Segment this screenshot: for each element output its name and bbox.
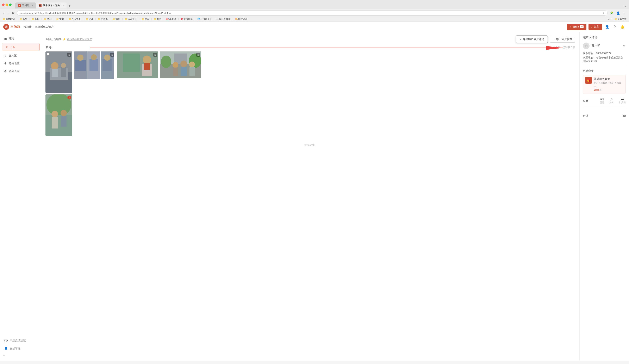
app-header: 派 享像派 云相册 › 享像派单人选片 + 协作+ ✉ ⤴ 分享 👤 ? 🔔 bbox=[0, 21, 629, 32]
sidebar-item-feedback[interactable]: 💬 产品反馈建议 bbox=[0, 337, 41, 345]
minimize-button[interactable] bbox=[5, 3, 8, 6]
bookmark-wen'an[interactable]: 📁文案 bbox=[56, 17, 64, 21]
collab-button[interactable]: + 协作+ ✉ bbox=[567, 24, 586, 30]
filter-label: 全部已选结果 bbox=[45, 37, 62, 41]
sidebar-item-jiaopiqu[interactable]: ⇅ 交片区 bbox=[0, 52, 41, 59]
photo-grid-row2: ✕ bbox=[45, 94, 575, 136]
sidebar-label-jiaopiqu: 交片区 bbox=[9, 54, 17, 57]
tab-close-2[interactable]: ✕ bbox=[62, 4, 64, 7]
bookmark-chahua[interactable]: 📁插画 bbox=[112, 17, 120, 21]
bookmark-yunying[interactable]: 📁运营平台 bbox=[125, 17, 137, 21]
photo-item-4[interactable]: ⊡ bbox=[160, 51, 201, 78]
export-btn1-label: 导出客户修片意见 bbox=[523, 37, 544, 41]
sidebar-label-feedback: 产品反馈建议 bbox=[10, 339, 26, 343]
sidebar-item-yixuan[interactable]: ♥ 已选 bbox=[2, 43, 39, 51]
bookmark-tupianku[interactable]: 📁图片库 bbox=[98, 17, 108, 21]
panel-title: 选片人详情 bbox=[583, 35, 626, 39]
expand-button[interactable]: ⌄ bbox=[623, 3, 627, 8]
refresh-button[interactable]: ↻ bbox=[11, 11, 15, 15]
extensions-button[interactable]: 🧩 bbox=[609, 11, 614, 15]
package-title: 基础服务套餐 bbox=[594, 77, 624, 81]
person-avatar: 孙 bbox=[583, 43, 590, 49]
photo-svg-5 bbox=[45, 94, 72, 136]
package-icon: 🎁 bbox=[585, 77, 592, 84]
photo-item-5[interactable]: ✕ bbox=[45, 94, 72, 136]
sidebar-bottom: 💬 产品反馈建议 👤 在线客服 ≡ bbox=[0, 337, 41, 358]
logo-text: 享像派 bbox=[10, 25, 20, 29]
sidebar-item-diapian[interactable]: ▣ 底片 bbox=[0, 35, 41, 43]
tab-close-1[interactable]: ✕ bbox=[31, 4, 33, 7]
notification-icon-button[interactable]: 🔔 bbox=[619, 24, 626, 29]
section-title: 精修 bbox=[45, 45, 52, 49]
content-area: 全部已选结果 ⚡ 根据选片提交时间筛选 ↗ 导出客户修片意见 ↗ 导出分片脚本 bbox=[41, 32, 579, 361]
svg-point-33 bbox=[180, 61, 187, 67]
bookmark-all[interactable]: 📁所有书签 bbox=[614, 17, 627, 21]
total-label: 合计 bbox=[583, 114, 588, 118]
photo-item-1[interactable]: ⊡ bbox=[45, 51, 72, 93]
filter-link[interactable]: 根据选片提交时间筛选 bbox=[67, 38, 92, 41]
forward-button[interactable]: › bbox=[7, 11, 9, 15]
bookmark-hutuan[interactable]: 🌐互传网页版 bbox=[197, 17, 212, 21]
address-bar[interactable]: xxpie.com/console/albumDetail?id=66a9f93… bbox=[17, 10, 608, 15]
sidebar-item-service[interactable]: 👤 在线客服 bbox=[0, 345, 41, 353]
tab-label-1: 云相册 bbox=[22, 4, 29, 7]
export-customer-opinion-button[interactable]: ↗ 导出客户修片意见 bbox=[516, 35, 548, 43]
svg-point-13 bbox=[77, 55, 83, 61]
help-icon-button[interactable]: ? bbox=[613, 24, 617, 29]
bookmark-icon[interactable]: ☆ bbox=[603, 11, 605, 14]
bookmark-sucai[interactable]: 📁素材网站 bbox=[2, 17, 15, 21]
photo-grid-row1: ⊡ bbox=[45, 51, 575, 93]
person-name: 孙小明 bbox=[592, 44, 600, 48]
bookmark-xiangxiangpai[interactable]: 🎯享像派 bbox=[166, 17, 176, 21]
photo-item-3[interactable]: ⊡ bbox=[117, 51, 158, 78]
bookmark-yinhelu[interactable]: —银河录像局 bbox=[216, 17, 230, 21]
bookmark-yingshi[interactable]: 📁影视 bbox=[19, 17, 27, 21]
photo-select-1[interactable] bbox=[47, 53, 49, 56]
close-button[interactable] bbox=[2, 3, 4, 6]
menu-button[interactable]: ⋮ bbox=[622, 11, 627, 15]
collab-icon: + bbox=[570, 25, 572, 28]
select-all-checkbox[interactable] bbox=[548, 46, 551, 49]
count-text: 共 5 项、已加载 5 项 bbox=[552, 46, 575, 49]
sidebar-item-jichu-settings[interactable]: ⚙ 基础设置 bbox=[0, 67, 41, 75]
photo-svg-1 bbox=[45, 51, 72, 93]
share-button[interactable]: ⤴ 分享 bbox=[589, 24, 602, 30]
user-icon-button[interactable]: 👤 bbox=[604, 24, 611, 29]
profile-button[interactable]: 👤 bbox=[616, 11, 621, 15]
back-button[interactable]: ‹ bbox=[2, 11, 5, 15]
tab-xiangxiangpai[interactable]: 📷 享像派单人选片 ✕ bbox=[36, 2, 67, 8]
sidebar-item-xuanpian-settings[interactable]: ⚙ 选片设置 bbox=[0, 59, 41, 67]
stat-add-unit: 加片 bbox=[609, 101, 614, 104]
maximize-button[interactable] bbox=[9, 3, 11, 6]
bookmark-xiaolv[interactable]: 📁效率 bbox=[142, 17, 149, 21]
bookmark-more[interactable]: >> bbox=[608, 18, 611, 20]
edit-person-button[interactable]: ✏ bbox=[623, 44, 626, 47]
bookmark-xuexi[interactable]: 📁学习 bbox=[44, 17, 52, 21]
svg-point-40 bbox=[51, 111, 58, 117]
sidebar-label-diapian: 底片 bbox=[9, 37, 14, 40]
export-script-button[interactable]: ↗ 导出分片脚本 bbox=[550, 36, 575, 43]
tab-yunxiangce[interactable]: ☁ 云相册 ✕ bbox=[15, 2, 36, 8]
svg-point-7 bbox=[51, 62, 58, 70]
bookmark-youdao[interactable]: 有有道翻译 bbox=[181, 17, 193, 21]
bookmark-sheying[interactable]: 📁摄影 bbox=[154, 17, 161, 21]
svg-rect-39 bbox=[45, 115, 72, 136]
stat-selected-unit: 已选 bbox=[600, 101, 604, 104]
stat-selected: 5/5 已选 bbox=[600, 98, 604, 104]
svg-point-28 bbox=[161, 56, 171, 68]
bookmark-sheji[interactable]: 📁设计 bbox=[86, 17, 93, 21]
photo-checkbox-1[interactable] bbox=[47, 53, 49, 55]
total-value: ¥0 bbox=[623, 114, 626, 118]
breadcrumb-parent[interactable]: 云相册 bbox=[23, 25, 32, 29]
phone-label: 联系电话： bbox=[583, 52, 595, 55]
bookmark-jishisheji[interactable]: 🎨即时设计 bbox=[235, 17, 247, 21]
bookmark-gerenzhuye[interactable]: 📁个人主页 bbox=[69, 17, 81, 21]
bookmark-yinyue[interactable]: 📁音乐 bbox=[32, 17, 39, 21]
package-desc: 您可以选择图片标记为精修 人... bbox=[594, 82, 624, 88]
stat-selected-num: 5/5 bbox=[600, 98, 604, 101]
photo-item-2[interactable]: ⊡ bbox=[74, 51, 115, 79]
collapse-sidebar-button[interactable]: ≡ bbox=[0, 353, 41, 358]
stats-row-jingxiu: 精修 5/5 已选 0 加片 ¥0 加片费 bbox=[583, 96, 626, 106]
logo-icon: 派 bbox=[3, 24, 9, 30]
new-tab-button[interactable]: + bbox=[67, 3, 72, 8]
